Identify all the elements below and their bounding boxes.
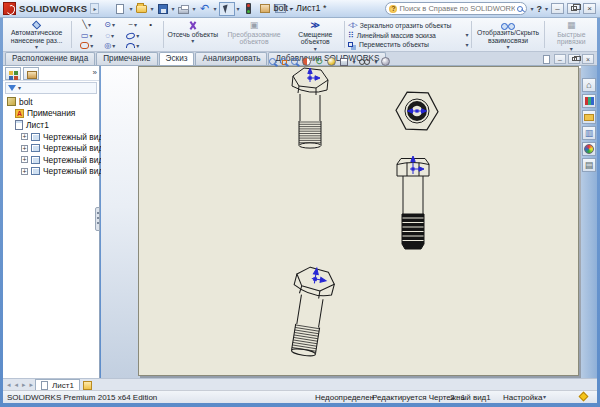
select-tool-button[interactable] <box>219 2 235 16</box>
dropdown-arrow-icon[interactable]: ▾ <box>374 59 377 65</box>
section-view-icon[interactable] <box>302 57 311 66</box>
offset-entities-button[interactable]: ≫ Смещение объектов ▾ <box>290 19 341 50</box>
zoom-to-area-icon[interactable] <box>280 58 287 65</box>
propertymanager-tab[interactable] <box>23 67 39 80</box>
dropdown-arrow-icon[interactable]: ▾ <box>193 6 196 12</box>
rebuild-button[interactable] <box>242 2 256 15</box>
tab-annotation[interactable]: Примечание <box>96 52 157 65</box>
dropdown-arrow-icon[interactable]: ▾ <box>18 85 21 91</box>
expand-icon[interactable]: + <box>21 133 28 140</box>
line-tool[interactable]: ╲▾ <box>75 21 98 29</box>
new-document-button[interactable] <box>113 2 127 15</box>
edit-appearance-icon[interactable] <box>381 57 390 66</box>
perimeter-circle-tool[interactable]: ◌▾ <box>98 32 121 40</box>
help-search-box[interactable]: ? <box>385 2 527 15</box>
arc-tool[interactable]: ▾ <box>121 43 144 49</box>
dropdown-arrow-icon[interactable]: ▾ <box>570 46 573 52</box>
restore-button[interactable] <box>567 3 580 14</box>
drawing-view3-bolt-front[interactable] <box>394 153 434 255</box>
dropdown-arrow-icon[interactable]: ▾ <box>134 22 137 28</box>
doc-close-button[interactable]: × <box>582 54 594 64</box>
dropdown-arrow-icon[interactable]: ▾ <box>465 32 468 38</box>
drawing-view2-hex-top[interactable] <box>395 88 439 134</box>
tree-item-bolt[interactable]: bolt <box>3 96 99 108</box>
move-entities-button[interactable]: Переместить объекты ▾ <box>348 41 469 48</box>
graphics-area[interactable] <box>101 66 581 378</box>
resources-tab[interactable]: ⌂ <box>582 78 596 92</box>
display-relations-button[interactable]: Отобразить/Скрыть взаимосвязи ▾ <box>475 19 540 50</box>
tree-item-view2[interactable]: + Чертежный вид2 <box>3 142 99 154</box>
tree-item-view1[interactable]: + Чертежный вид1 <box>3 131 99 143</box>
custom-properties-tab[interactable]: ▤ <box>582 158 596 172</box>
spline-tool[interactable]: ~▾ <box>121 21 144 29</box>
tab-evaluate[interactable]: Анализировать <box>195 52 267 65</box>
tree-item-sheet1[interactable]: Лист1 <box>3 119 99 131</box>
point-tool[interactable]: • <box>144 21 157 29</box>
dropdown-arrow-icon[interactable]: ▾ <box>314 46 317 52</box>
design-library-tab[interactable] <box>582 94 596 108</box>
previous-view-icon[interactable] <box>291 58 298 65</box>
dropdown-arrow-icon[interactable]: ▾ <box>136 33 139 39</box>
dropdown-arrow-icon[interactable]: ▾ <box>111 33 114 39</box>
dropdown-arrow-icon[interactable]: ▾ <box>35 44 38 50</box>
convert-entities-button[interactable]: ▣ Преобразование объектов <box>218 19 289 50</box>
save-button[interactable] <box>156 2 170 15</box>
sheet-nav-prev-icon[interactable]: ◂ <box>13 379 21 390</box>
doc-restore-button[interactable] <box>568 54 580 64</box>
file-explorer-tab[interactable] <box>582 110 596 124</box>
appearances-tab[interactable] <box>582 142 596 156</box>
undo-button[interactable]: ↶ <box>198 2 212 15</box>
linear-sketch-pattern-button[interactable]: ⠿ Линейный массив эскиза ▾ <box>348 31 469 40</box>
collapse-panel-icon[interactable]: » <box>93 69 97 77</box>
menu-expand-button[interactable]: ▸ <box>90 3 99 14</box>
tree-item-view3[interactable]: + Чертежный вид3 <box>3 154 99 166</box>
help-search-input[interactable] <box>399 4 515 13</box>
trim-entities-button[interactable]: Отсечь объекты ▾ <box>167 19 218 50</box>
view-palette-tab[interactable]: ▥ <box>582 126 596 140</box>
dropdown-arrow-icon[interactable]: ▾ <box>237 6 240 12</box>
customize-button[interactable]: Настройка <box>503 393 542 402</box>
panel-splitter-handle[interactable] <box>95 207 100 231</box>
expand-icon[interactable]: + <box>21 145 28 152</box>
circle-tool[interactable]: ⊙▾ <box>98 21 121 29</box>
help-dropdown-icon[interactable]: ▾ <box>545 6 548 12</box>
dropdown-arrow-icon[interactable]: ▾ <box>89 33 92 39</box>
dropdown-arrow-icon[interactable]: ▾ <box>90 43 93 49</box>
doc-minimize-button[interactable]: – <box>554 54 566 64</box>
dropdown-arrow-icon[interactable]: ▾ <box>172 6 175 12</box>
file-properties-button[interactable] <box>258 2 272 15</box>
sheet-nav-last-icon[interactable]: ▸ <box>28 379 36 390</box>
quick-snaps-button[interactable]: ▦ Быстрые привязки ▾ <box>548 19 595 50</box>
rectangle-tool[interactable]: ▭▾ <box>75 32 98 40</box>
dropdown-arrow-icon[interactable]: ▾ <box>112 22 115 28</box>
search-dropdown-icon[interactable]: ▾ <box>530 6 533 12</box>
tab-sketch[interactable]: Эскиз <box>159 52 195 65</box>
print-button[interactable] <box>177 2 191 15</box>
view-orientation-icon[interactable] <box>327 57 336 66</box>
zoom-to-fit-icon[interactable] <box>269 58 276 65</box>
dropdown-arrow-icon[interactable]: ▾ <box>136 43 139 49</box>
dropdown-arrow-icon[interactable]: ▾ <box>214 6 217 12</box>
tree-item-view4[interactable]: + Чертежный вид4 <box>3 166 99 178</box>
dropdown-arrow-icon[interactable]: ▾ <box>150 6 153 12</box>
dropdown-arrow-icon[interactable]: ▾ <box>129 6 132 12</box>
drawing-view1-bolt-isometric[interactable] <box>287 66 333 153</box>
featuremanager-tab[interactable] <box>5 67 21 80</box>
open-button[interactable] <box>134 2 148 15</box>
search-icon[interactable] <box>517 6 523 12</box>
expand-icon[interactable]: + <box>21 156 28 163</box>
smart-dimension-button[interactable]: Автоматическое нанесение раз... ▾ <box>5 19 68 50</box>
minimize-button[interactable]: – <box>551 3 564 14</box>
tab-view-layout[interactable]: Расположение вида <box>5 52 95 65</box>
display-style-icon[interactable] <box>340 58 348 66</box>
circle2-tool[interactable]: ◎▾ <box>98 42 121 50</box>
hide-show-items-icon[interactable] <box>359 59 370 64</box>
ellipse-tool[interactable]: ▾ <box>121 33 144 39</box>
sheet-nav-first-icon[interactable]: ◂ <box>5 379 13 390</box>
dropdown-arrow-icon[interactable]: ▾ <box>112 43 115 49</box>
rotate-view-icon[interactable]: ↻ <box>315 57 323 67</box>
expand-icon[interactable]: + <box>21 168 28 175</box>
sheet-tab-sheet1[interactable]: Лист1 <box>35 379 80 390</box>
mirror-entities-button[interactable]: ◁▷ Зеркально отразить объекты <box>348 21 469 29</box>
sheet-nav-next-icon[interactable]: ▸ <box>20 379 28 390</box>
